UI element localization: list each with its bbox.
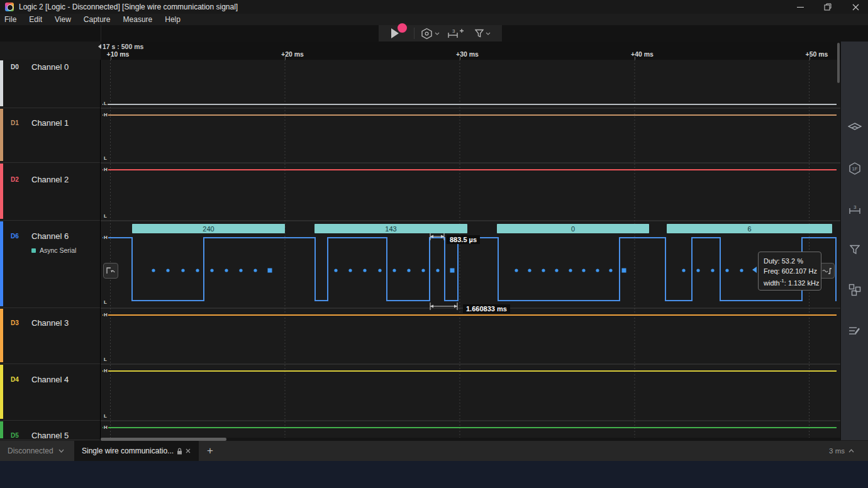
decoded-frame-value: 0 <box>571 225 575 233</box>
logic2-application-window: Logic 2 [Logic - Disconnected] [Single w… <box>0 0 868 488</box>
close-tab-icon[interactable] <box>186 448 191 453</box>
chevron-down-icon <box>435 32 440 35</box>
channel-id-label: D0 <box>11 64 19 70</box>
analyzers-panel-button[interactable]: 1F <box>847 161 862 176</box>
vertical-scrollbar-thumb[interactable] <box>837 43 840 83</box>
capture-tab[interactable]: Single wire communicatio... <box>74 441 199 461</box>
menu-item-capture[interactable]: Capture <box>77 14 117 25</box>
zoom-level-control[interactable]: 3 ms <box>829 441 854 461</box>
analyzer-color-icon <box>31 248 36 253</box>
channel-id-label: D6 <box>11 233 19 240</box>
decoded-frame-value: 6 <box>747 225 751 233</box>
extensions-blocks-icon <box>849 284 861 296</box>
menu-item-view[interactable]: View <box>48 14 77 25</box>
minimize-button[interactable] <box>787 0 813 14</box>
decoded-frame-annotation[interactable]: 0 <box>497 224 649 233</box>
notes-pencil-icon <box>849 326 861 336</box>
channel-row-d5[interactable]: D5Channel 5 <box>0 421 101 440</box>
menu-item-edit[interactable]: Edit <box>23 14 48 25</box>
svg-text:3: 3 <box>854 204 857 210</box>
menu-item-help[interactable]: Help <box>159 14 187 25</box>
channel-color-bar <box>0 109 3 161</box>
toolbar-divider <box>414 28 415 39</box>
channel-id-label: D2 <box>11 176 19 183</box>
channel-row-d6[interactable]: D6Channel 6Async Serial <box>0 221 101 308</box>
channel-label-column: D0Channel 0D1Channel 1D2Channel 2D6Chann… <box>0 60 101 440</box>
capture-box-icon <box>848 123 862 133</box>
analyzers-hexagon-icon: 1F <box>848 162 862 175</box>
waveform-plot-area[interactable] <box>101 60 840 440</box>
restore-button[interactable] <box>815 0 840 14</box>
channel-id-label: D4 <box>11 376 19 383</box>
level-marker-low: L <box>103 155 108 161</box>
new-tab-button[interactable]: + <box>203 443 218 458</box>
funnel-icon <box>475 29 484 38</box>
device-status-dropdown[interactable]: Disconnected <box>0 441 74 461</box>
level-marker-high: H <box>103 167 108 172</box>
level-marker-high: H <box>103 424 108 430</box>
level-marker-low: L <box>103 357 108 362</box>
channel-row-d4[interactable]: D4Channel 4 <box>0 364 101 421</box>
measurements-ruler-icon: 3 <box>848 204 862 214</box>
svg-text:1F: 1F <box>852 166 858 172</box>
tooltip-edge-arrow-icon <box>752 267 757 273</box>
next-edge-icon <box>822 267 832 275</box>
toolbar: 3 <box>0 25 868 42</box>
measurement-ruler-icon: 3 <box>447 28 464 39</box>
window-title: Logic 2 [Logic - Disconnected] [Single w… <box>19 3 238 11</box>
svg-text:3: 3 <box>452 28 455 34</box>
level-marker-low: L <box>103 299 108 305</box>
device-status-label: Disconnected <box>8 446 53 455</box>
decoded-frame-annotation[interactable]: 6 <box>667 224 832 233</box>
analyzer-chip[interactable]: Async Serial <box>31 247 76 254</box>
restore-icon <box>824 3 832 11</box>
channel-name-label: Channel 0 <box>31 62 69 72</box>
previous-edge-icon <box>106 267 115 275</box>
minimize-icon <box>797 4 804 11</box>
channel-row-d0[interactable]: D0Channel 0 <box>0 60 101 108</box>
level-marker-high: H <box>103 312 108 318</box>
menu-bar: FileEditViewCaptureMeasureHelp <box>0 14 868 25</box>
timeline-ruler[interactable]: 17 s : 500 ms +10 ms+20 ms+30 ms+40 ms+5… <box>101 42 840 60</box>
channel-row-d1[interactable]: D1Channel 1 <box>0 108 101 163</box>
level-marker-low: L <box>103 213 108 219</box>
previous-edge-button[interactable] <box>103 263 118 279</box>
channel-color-bar <box>0 164 3 219</box>
tooltip-width-inverse: width-1: 1.132 kHz <box>764 276 816 288</box>
capture-panel-button[interactable] <box>847 120 862 135</box>
decoded-frame-annotation[interactable]: 143 <box>314 224 467 233</box>
menu-item-file[interactable]: File <box>0 14 23 25</box>
funnel-icon <box>850 245 860 255</box>
channel-id-label: D3 <box>11 319 19 326</box>
chevron-down-icon <box>58 449 64 453</box>
measurements-panel-button[interactable]: 3 <box>847 202 862 217</box>
tooltip-duty: Duty: 53.2 % <box>764 256 816 266</box>
device-settings-button[interactable] <box>417 25 443 42</box>
toolbar-actions: 3 <box>379 25 502 42</box>
extensions-panel-button[interactable] <box>847 282 862 297</box>
signal-hover-tooltip: Duty: 53.2 % Freq: 602.107 Hz width-1: 1… <box>758 252 821 291</box>
close-button[interactable] <box>843 0 868 14</box>
channel-color-bar <box>0 309 3 362</box>
level-marker-high: H <box>103 235 108 240</box>
capture-mode-button[interactable] <box>471 25 494 42</box>
record-indicator-icon <box>398 23 407 33</box>
channel-row-d2[interactable]: D2Channel 2 <box>0 163 101 221</box>
level-marker-low: L <box>103 101 108 106</box>
chevron-down-icon <box>486 32 491 35</box>
next-edge-button[interactable] <box>820 263 835 279</box>
title-bar: Logic 2 [Logic - Disconnected] [Single w… <box>0 0 868 14</box>
zoom-level-label: 3 ms <box>829 447 845 455</box>
triggers-panel-button[interactable] <box>847 242 862 257</box>
channel-row-d3[interactable]: D3Channel 3 <box>0 308 101 364</box>
analyzer-name-label: Async Serial <box>40 247 76 254</box>
menu-item-measure[interactable]: Measure <box>117 14 159 25</box>
decoded-frame-annotation[interactable]: 240 <box>132 224 285 233</box>
add-measurement-button[interactable]: 3 <box>443 25 467 42</box>
close-icon <box>852 4 859 11</box>
level-marker-high: H <box>103 112 108 118</box>
device-hexagon-icon <box>421 28 433 40</box>
notes-panel-button[interactable] <box>847 323 862 338</box>
windows-taskbar: Search <box>0 461 868 488</box>
start-capture-button[interactable] <box>379 25 411 42</box>
